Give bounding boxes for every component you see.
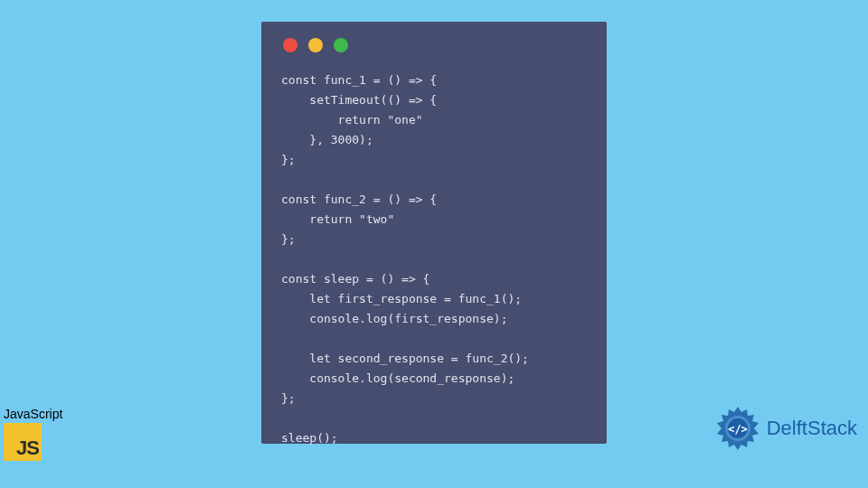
code-content: const func_1 = () => { setTimeout(() => …	[281, 70, 587, 448]
javascript-logo-icon: JS	[4, 423, 42, 461]
close-icon[interactable]	[283, 38, 297, 52]
javascript-label: JavaScript	[4, 407, 62, 421]
code-editor-window: const func_1 = () => { setTimeout(() => …	[261, 22, 607, 444]
svg-text:</>: </>	[728, 423, 748, 436]
minimize-icon[interactable]	[308, 38, 323, 52]
window-controls	[283, 38, 587, 52]
js-logo-text: JS	[16, 436, 39, 460]
delftstack-badge: </> DelftStack	[714, 405, 857, 452]
delftstack-text: DelftStack	[767, 417, 857, 440]
delftstack-logo-icon: </>	[714, 405, 761, 452]
javascript-badge: JavaScript JS	[4, 407, 62, 461]
maximize-icon[interactable]	[334, 38, 348, 52]
